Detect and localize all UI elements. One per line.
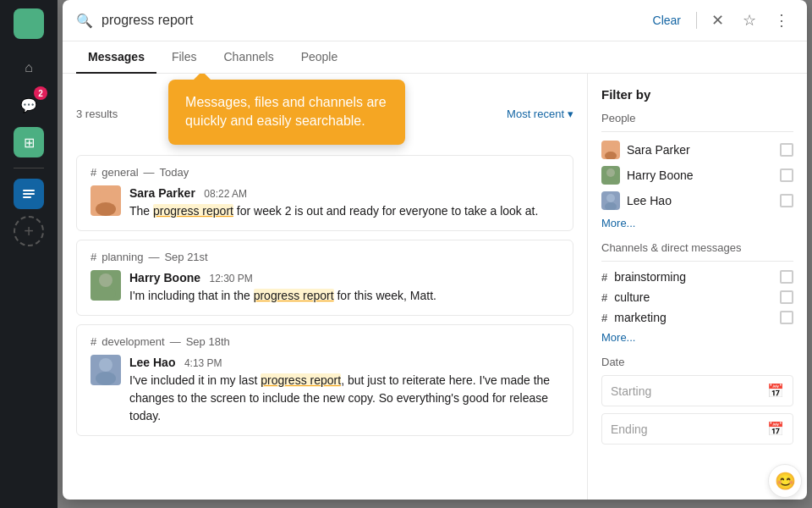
filter-sidebar: Filter by People Sara Parker [587,74,807,500]
message-author: Lee Hao [129,356,175,369]
starting-label: Starting [611,384,651,398]
svg-point-12 [605,177,617,185]
svg-point-13 [606,194,615,202]
filter-channel-brainstorming[interactable]: # brainstorming [601,270,793,284]
message-date: Sep 18th [186,335,230,348]
filter-name-harry: Harry Boone [627,168,694,182]
filter-name-lee: Lee Hao [627,194,672,207]
channel-name: planning [102,251,143,263]
filter-checkbox-sara[interactable] [780,143,793,157]
highlight-text: progress report [261,373,341,387]
filter-person-harry[interactable]: Harry Boone [601,166,793,185]
main-content: 🔍 Clear ✕ ☆ ⋮ Messages Files Channels Pe… [58,0,812,508]
filter-checkbox-lee[interactable] [780,194,793,207]
ending-date-input[interactable]: Ending 📅 [601,413,793,444]
card-channel-header: # general — Today [91,166,559,179]
filter-channel-marketing[interactable]: # marketing [601,311,793,324]
svg-rect-0 [23,190,35,191]
tab-channels[interactable]: Channels [212,41,286,74]
message-text: I've included it in my last progress rep… [129,372,559,425]
highlight-text: progress report [153,204,233,218]
card-channel-header: # planning — Sep 21st [91,251,559,263]
avatar [91,270,121,301]
clear-button[interactable]: Clear [646,10,688,30]
search-modal-overlay: 🔍 Clear ✕ ☆ ⋮ Messages Files Channels Pe… [58,0,812,508]
filter-channel-name: brainstorming [614,270,686,284]
svg-point-11 [606,168,615,177]
hash-icon: # [91,335,96,348]
message-card: # development — Sep 18th Lee Hao 4:13 [76,324,573,436]
message-time: 08:22 AM [204,188,247,200]
card-message: Sara Parker 08:22 AM The progress report… [91,185,559,220]
avatar [91,185,121,216]
sidebar-dm-icon[interactable]: 💬 [14,90,44,120]
people-section-title: People [601,112,793,124]
filter-title: Filter by [601,87,793,102]
sidebar-add-button[interactable]: + [14,216,44,246]
sidebar-grid-icon[interactable]: ⊞ [14,127,44,157]
channel-hash-icon: # [601,271,607,284]
tab-messages[interactable]: Messages [76,41,156,74]
starting-date-input[interactable]: Starting 📅 [601,375,793,406]
results-header: 3 results Messages, files and channels a… [76,84,573,145]
tooltip-text: Messages, files and channels are quickly… [185,95,386,128]
close-button[interactable]: ✕ [705,8,729,32]
filter-avatar-harry [601,166,620,185]
filter-person-sara[interactable]: Sara Parker [601,141,793,159]
message-date: Sep 21st [164,251,207,263]
filter-checkbox-culture[interactable] [780,290,793,304]
filter-channel-culture[interactable]: # culture [601,290,793,304]
hash-icon: # [91,251,96,263]
filter-checkbox-marketing[interactable] [780,311,793,324]
svg-point-10 [605,152,617,159]
svg-point-9 [606,143,615,152]
channels-section-title: Channels & direct messages [601,241,793,254]
app-logo[interactable] [14,8,44,39]
svg-rect-1 [23,193,35,195]
filter-checkbox-brainstorming[interactable] [780,270,793,284]
tooltip-bubble: Messages, files and channels are quickly… [168,80,405,145]
results-area: 3 results Messages, files and channels a… [63,74,587,500]
svg-point-6 [96,287,116,301]
calendar-icon: 📅 [767,421,784,437]
more-channels-link[interactable]: More... [601,331,793,344]
sort-label: Most recent [507,108,564,120]
tab-people[interactable]: People [289,41,350,74]
svg-point-8 [96,372,116,385]
channel-name: development [102,335,164,348]
search-input[interactable] [102,13,638,28]
card-channel-header: # development — Sep 18th [91,335,559,348]
tooltip-arrow [194,74,211,80]
search-modal: 🔍 Clear ✕ ☆ ⋮ Messages Files Channels Pe… [63,0,807,500]
message-content: Lee Hao 4:13 PM I've included it in my l… [129,355,559,425]
tab-files[interactable]: Files [160,41,209,74]
channels-divider [601,261,793,262]
card-message: Harry Boone 12:30 PM I'm including that … [91,270,559,305]
svg-point-5 [99,273,112,287]
svg-point-7 [99,358,112,372]
filter-checkbox-harry[interactable] [780,168,793,182]
more-options-button[interactable]: ⋮ [770,8,793,32]
message-card: # planning — Sep 21st Harry Boone 12:3 [76,240,573,316]
search-bar: 🔍 Clear ✕ ☆ ⋮ [63,0,807,41]
sidebar-home-icon[interactable]: ⌂ [14,52,44,83]
chevron-down-icon: ▾ [568,108,573,120]
sidebar-channel-icon[interactable] [14,179,44,209]
message-author: Sara Parker [129,186,195,200]
star-button[interactable]: ☆ [738,8,761,32]
svg-point-4 [96,202,116,216]
message-date: Today [160,166,189,179]
channel-hash-icon: # [601,312,607,324]
message-text: The progress report for week 2 is out an… [129,202,559,220]
filter-person-lee[interactable]: Lee Hao [601,191,793,210]
date-section-title: Date [601,356,793,368]
search-icon: 🔍 [76,13,93,29]
tabs-bar: Messages Files Channels People [63,41,807,74]
more-people-link[interactable]: More... [601,217,793,229]
sort-dropdown[interactable]: Most recent ▾ [507,108,573,120]
ending-label: Ending [611,422,648,436]
message-time: 4:13 PM [184,357,222,369]
people-divider [601,131,793,132]
emoji-button[interactable]: 😊 [768,464,802,498]
calendar-icon: 📅 [767,383,784,399]
